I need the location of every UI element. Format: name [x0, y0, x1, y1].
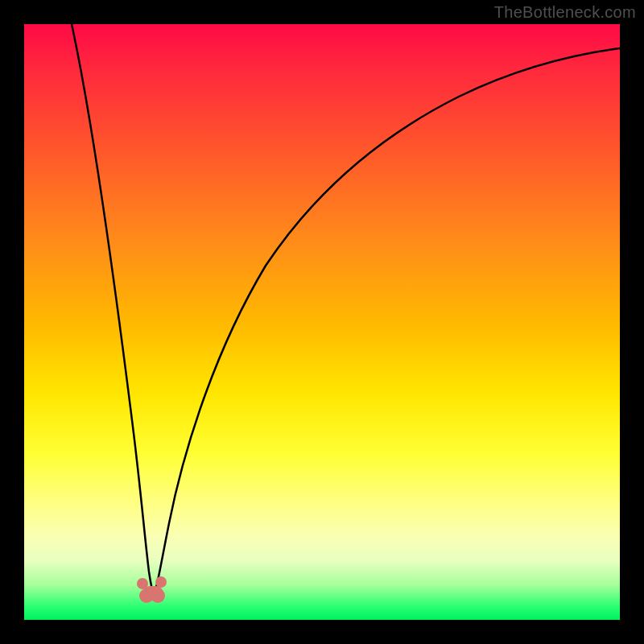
plot-area — [24, 24, 620, 620]
svg-point-1 — [155, 576, 167, 588]
curve-path — [72, 24, 620, 592]
minimum-marker — [137, 576, 167, 603]
bottleneck-curve — [24, 24, 620, 620]
chart-frame: TheBottleneck.com — [0, 0, 644, 644]
watermark-text: TheBottleneck.com — [494, 3, 636, 22]
svg-point-4 — [151, 588, 165, 603]
